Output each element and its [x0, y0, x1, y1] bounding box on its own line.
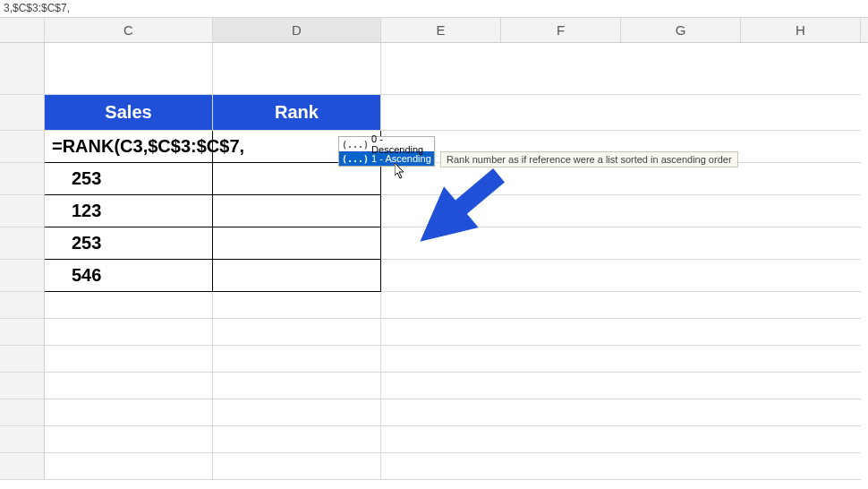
- cell-rank[interactable]: [213, 163, 381, 195]
- col-header-d[interactable]: D: [213, 18, 381, 42]
- col-header-c[interactable]: C: [45, 18, 213, 42]
- cell-sales[interactable]: 546: [45, 260, 213, 292]
- cell[interactable]: [381, 319, 861, 346]
- cell[interactable]: [45, 346, 213, 373]
- cell-editing[interactable]: =RANK(C3,$C$3:$C$7,: [45, 131, 213, 163]
- cell[interactable]: [213, 292, 381, 319]
- cell[interactable]: [381, 95, 861, 131]
- row-stub[interactable]: [0, 43, 45, 95]
- row-stub[interactable]: [0, 453, 45, 480]
- option-label: 1 - Ascending: [371, 153, 431, 164]
- cell-rank[interactable]: [213, 260, 381, 292]
- grid[interactable]: Sales Rank =RANK(C3,$C$3:$C$7, 253 123: [0, 43, 868, 480]
- cell[interactable]: [381, 43, 861, 95]
- header-rank[interactable]: Rank: [213, 95, 381, 131]
- cell-rank[interactable]: [213, 227, 381, 260]
- tooltip-text: Rank number as if reference were a list …: [447, 154, 732, 165]
- row-stub[interactable]: [0, 260, 45, 292]
- col-header-e[interactable]: E: [381, 18, 501, 42]
- cell[interactable]: [381, 292, 861, 319]
- header-sales[interactable]: Sales: [45, 95, 213, 131]
- row-stub[interactable]: [0, 292, 45, 319]
- row-stub[interactable]: [0, 346, 45, 373]
- row-stub[interactable]: [0, 373, 45, 399]
- cell[interactable]: [213, 426, 381, 453]
- cell[interactable]: [45, 426, 213, 453]
- cell[interactable]: [213, 43, 381, 95]
- cell[interactable]: [213, 319, 381, 346]
- col-header-g[interactable]: G: [621, 18, 741, 42]
- cell[interactable]: [45, 373, 213, 399]
- col-stub[interactable]: [0, 18, 45, 42]
- option-label: 0 - Descending: [371, 133, 431, 155]
- cell[interactable]: [213, 373, 381, 399]
- row-stub[interactable]: [0, 131, 45, 163]
- cell[interactable]: [213, 399, 381, 426]
- row-stub[interactable]: [0, 399, 45, 426]
- row-stub[interactable]: [0, 163, 45, 195]
- cell[interactable]: [381, 373, 861, 399]
- cell-sales[interactable]: 123: [45, 195, 213, 227]
- cell[interactable]: [213, 346, 381, 373]
- cell[interactable]: [45, 453, 213, 480]
- param-icon: (...): [342, 140, 369, 150]
- cell[interactable]: [45, 43, 213, 95]
- col-header-f[interactable]: F: [501, 18, 621, 42]
- col-header-h[interactable]: H: [741, 18, 861, 42]
- cell[interactable]: [45, 292, 213, 319]
- row-stub[interactable]: [0, 227, 45, 260]
- cell[interactable]: [381, 453, 861, 480]
- cell[interactable]: [381, 195, 861, 227]
- formula-bar-text: 3,$C$3:$C$7,: [4, 2, 70, 14]
- cell[interactable]: [45, 399, 213, 426]
- cell[interactable]: [45, 319, 213, 346]
- column-headers: C D E F G H: [0, 18, 868, 43]
- cell-sales[interactable]: 253: [45, 227, 213, 260]
- formula-text: =RANK(C3,$C$3:$C$7,: [52, 136, 244, 157]
- row-stub[interactable]: [0, 319, 45, 346]
- cell-rank[interactable]: [213, 195, 381, 227]
- row-stub[interactable]: [0, 95, 45, 131]
- cell[interactable]: [381, 260, 861, 292]
- cell[interactable]: [381, 426, 861, 453]
- row-stub[interactable]: [0, 195, 45, 227]
- autocomplete-dropdown: (...) 0 - Descending (...) 1 - Ascending: [338, 136, 435, 167]
- cell-sales[interactable]: 253: [45, 163, 213, 195]
- row-stub[interactable]: [0, 426, 45, 453]
- param-icon: (...): [342, 154, 369, 164]
- cell[interactable]: [381, 346, 861, 373]
- autocomplete-option-ascending[interactable]: (...) 1 - Ascending: [339, 151, 434, 166]
- spreadsheet: C D E F G H Sales Rank =RANK(C3,$C$3:$C$…: [0, 18, 868, 480]
- cell[interactable]: [381, 399, 861, 426]
- tooltip: Rank number as if reference were a list …: [440, 151, 738, 167]
- cell[interactable]: [381, 163, 861, 195]
- cell[interactable]: [381, 227, 861, 260]
- autocomplete-option-descending[interactable]: (...) 0 - Descending: [339, 137, 434, 151]
- formula-bar[interactable]: 3,$C$3:$C$7,: [0, 0, 868, 18]
- cell[interactable]: [213, 453, 381, 480]
